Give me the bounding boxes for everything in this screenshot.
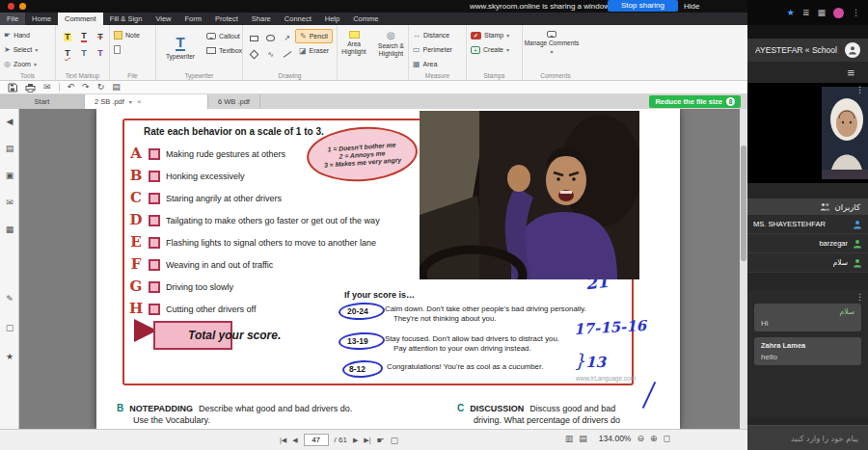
perimeter-button[interactable]: ▭ Perimeter	[409, 42, 466, 57]
page-thumbnails-icon[interactable]: ▤	[0, 144, 19, 153]
video-options-kebab-icon[interactable]: ⋮	[855, 85, 864, 94]
insert-text-button[interactable]: T	[76, 45, 92, 61]
area-button[interactable]: ▦ Area	[409, 57, 466, 71]
score-checkbox[interactable]	[149, 281, 160, 293]
first-page-icon[interactable]: |◀	[280, 437, 286, 444]
print-icon[interactable]	[25, 83, 36, 93]
typewriter-button[interactable]: T Typewriter	[160, 29, 201, 66]
bookmark-star-icon[interactable]: ★	[787, 9, 795, 17]
extensions-grid-icon[interactable]: ▦	[817, 9, 826, 17]
doc-tab-start[interactable]: Start	[0, 94, 85, 109]
tab-comment-truncated[interactable]: Comme	[346, 13, 385, 25]
previous-page-icon[interactable]: ◀	[292, 437, 297, 444]
squiggly-text-button[interactable]: T	[60, 45, 75, 61]
single-page-view-icon[interactable]: ▥	[565, 434, 574, 443]
chat-options-kebab-icon[interactable]: ⋮	[855, 292, 864, 302]
layers-icon[interactable]: ▦	[0, 225, 19, 234]
browser-profile-avatar[interactable]	[833, 8, 844, 18]
signature-panel-icon[interactable]: ✎	[0, 294, 19, 304]
tab-view[interactable]: View	[149, 13, 177, 25]
next-page-icon[interactable]: ▶	[353, 437, 358, 444]
score-checkbox[interactable]	[149, 304, 160, 315]
tab-fill-sign[interactable]: Fill & Sign	[103, 13, 149, 25]
distance-button[interactable]: ↔ Distance	[409, 28, 466, 42]
underline-text-button[interactable]: T	[76, 29, 92, 44]
hand-tool-button[interactable]: ☛ Hand	[0, 28, 55, 42]
line-shape-button[interactable]	[280, 47, 294, 62]
chevron-down-icon[interactable]: ▾	[129, 98, 132, 105]
cloud-shape-button[interactable]: ∿	[263, 47, 278, 62]
marquee-zoom-icon[interactable]: ▢	[391, 436, 399, 445]
hide-share-bar-button[interactable]: Hide	[684, 2, 699, 11]
zoom-in-icon[interactable]: ⊕	[650, 434, 658, 443]
bookmarks-icon[interactable]: ▣	[0, 171, 19, 180]
user-row-teacher[interactable]: MS. SHAYESTEHFAR	[747, 215, 868, 234]
users-section-header[interactable]: کاربران	[747, 199, 868, 215]
rectangle-shape-button[interactable]	[247, 31, 261, 45]
stamps-panel-icon[interactable]: ★	[0, 352, 19, 361]
page-layout-icon[interactable]: ▤	[112, 83, 121, 92]
comments-panel-icon[interactable]: ▢	[0, 323, 19, 332]
browser-menu-kebab-icon[interactable]: ⋮	[852, 9, 860, 17]
score-checkbox[interactable]	[149, 193, 160, 204]
highlight-text-button[interactable]: T	[60, 29, 75, 44]
email-icon[interactable]: ✉	[43, 83, 51, 92]
tab-protect[interactable]: Protect	[208, 13, 245, 25]
save-icon[interactable]	[8, 83, 17, 93]
tab-help[interactable]: Help	[318, 13, 346, 25]
zoom-out-icon[interactable]: ⊖	[637, 434, 644, 443]
tab-file[interactable]: File	[0, 13, 25, 25]
last-page-icon[interactable]: ▶|	[364, 437, 370, 444]
user-row-barzegar[interactable]: barzegar	[747, 234, 868, 253]
oval-shape-button[interactable]	[263, 31, 278, 45]
doc-tab-6wb[interactable]: 6 WB .pdf	[208, 94, 260, 109]
polygon-shape-button[interactable]	[247, 47, 261, 62]
tab-form[interactable]: Form	[178, 13, 209, 25]
score-checkbox[interactable]	[149, 171, 160, 182]
note-button[interactable]: Note	[110, 28, 155, 42]
scrollbar-thumb[interactable]	[741, 146, 746, 261]
fullscreen-icon[interactable]: ◻	[664, 434, 670, 443]
attach-file-button[interactable]	[110, 42, 155, 57]
select-tool-button[interactable]: ➤ Select ▾	[0, 42, 55, 57]
tab-home[interactable]: Home	[25, 13, 58, 25]
textbox-button[interactable]: Textbox	[203, 43, 246, 58]
score-checkbox[interactable]	[149, 148, 160, 160]
close-tab-icon[interactable]: ×	[137, 97, 142, 106]
collapse-panel-icon[interactable]: ◀	[0, 117, 19, 126]
vertical-scrollbar[interactable]	[740, 109, 747, 429]
attachments-icon[interactable]: ✉	[0, 198, 19, 207]
tab-share[interactable]: Share	[245, 13, 278, 25]
callout-button[interactable]: Callout	[203, 29, 246, 43]
reduce-file-size-button[interactable]: Reduce the file size 8	[649, 95, 741, 108]
tab-comment[interactable]: Comment	[58, 13, 103, 25]
teacher-video-tile[interactable]: ⋮	[747, 83, 868, 183]
replace-text-button[interactable]: T	[93, 45, 108, 61]
hand-tool-icon[interactable]: ☛	[377, 436, 385, 445]
stamp-button[interactable]: ✔ Stamp ▾	[467, 28, 522, 42]
area-highlight-button[interactable]: Area Highlight	[338, 28, 370, 56]
strikeout-text-button[interactable]: T	[93, 29, 108, 44]
pencil-tool-button[interactable]: ✎ Pencil	[295, 29, 333, 43]
tab-connect[interactable]: Connect	[278, 13, 318, 25]
refresh-icon[interactable]: ↻	[97, 83, 105, 92]
user-row-salam[interactable]: سلام	[747, 253, 868, 273]
hamburger-menu-icon[interactable]: ≡	[847, 66, 854, 79]
arrow-shape-button[interactable]: ↗	[280, 31, 294, 45]
zoom-tool-button[interactable]: ◎ Zoom ▾	[0, 57, 55, 71]
search-highlight-button[interactable]: ◎ Search & Highlight	[374, 28, 407, 58]
reading-list-icon[interactable]: ≣	[802, 9, 810, 17]
score-checkbox[interactable]	[149, 259, 160, 271]
doc-tab-2sb[interactable]: 2 SB .pdf ▾ ×	[85, 94, 208, 109]
continuous-view-icon[interactable]: ▤	[579, 434, 587, 443]
chat-message-input[interactable]	[747, 434, 868, 443]
eraser-tool-button[interactable]: ◪ Eraser	[295, 43, 333, 58]
score-checkbox[interactable]	[149, 215, 160, 226]
account-avatar[interactable]	[845, 42, 860, 58]
score-checkbox[interactable]	[149, 237, 160, 249]
stop-sharing-button[interactable]: Stop sharing	[608, 0, 678, 12]
redo-icon[interactable]: ↷	[82, 83, 90, 92]
manage-comments-button[interactable]: Manage Comments ▾	[523, 28, 581, 56]
page-number-input[interactable]	[304, 434, 329, 446]
create-stamp-button[interactable]: + Create ▾	[467, 42, 522, 57]
